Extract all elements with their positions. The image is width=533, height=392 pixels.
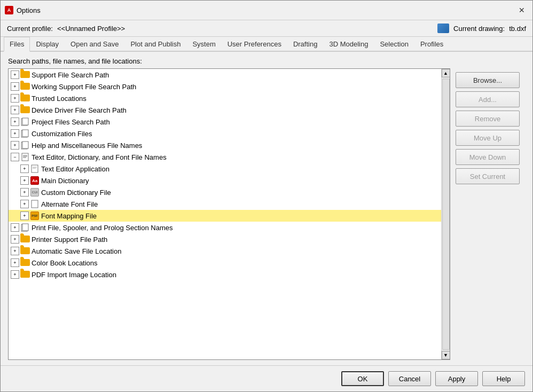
folder-icon-device xyxy=(20,106,30,114)
scroll-down-btn[interactable]: ▼ xyxy=(442,351,450,359)
tree-content[interactable]: + Support File Search Path + Working Sup… xyxy=(9,69,441,359)
tree-item-help-misc[interactable]: + Help and Miscellaneous File Names xyxy=(9,139,441,151)
expand-btn-help-misc[interactable]: + xyxy=(11,141,19,150)
doc-icon-text-editor-app xyxy=(30,164,40,173)
move-up-button[interactable]: Move Up xyxy=(456,130,520,146)
tab-system[interactable]: System xyxy=(186,37,221,52)
current-drawing-value: tb.dxf xyxy=(509,25,526,33)
tree-item-print-file-spooler[interactable]: + Print File, Spooler, and Prolog Sectio… xyxy=(9,222,441,233)
set-current-button[interactable]: Set Current xyxy=(456,168,520,184)
tab-user-prefs[interactable]: User Preferences xyxy=(222,37,287,52)
folder-icon-working xyxy=(20,82,30,91)
tree-item-main-dictionary[interactable]: + Aa Main Dictionary xyxy=(9,175,441,186)
profile-bar: Current profile: <<Unnamed Profile>> Cur… xyxy=(1,20,532,37)
help-button[interactable]: Help xyxy=(482,371,525,386)
move-down-button[interactable]: Move Down xyxy=(456,149,520,165)
tab-3d-modeling[interactable]: 3D Modeling xyxy=(323,37,374,52)
label-font-mapping-file: Font Mapping File xyxy=(41,212,97,220)
label-alternate-font: Alternate Font File xyxy=(41,200,98,208)
tree-item-alternate-font[interactable]: + Alternate Font File xyxy=(9,198,441,210)
current-drawing-label: Current drawing: xyxy=(453,25,505,33)
expand-btn-printer-support[interactable]: + xyxy=(11,235,19,244)
doc-icon-customization xyxy=(20,129,30,138)
tree-item-auto-save[interactable]: + Automatic Save File Location xyxy=(9,245,441,257)
tree-item-device-driver[interactable]: + Device Driver File Search Path xyxy=(9,104,441,116)
tree-item-text-editor-app[interactable]: + Text Editor Application xyxy=(9,163,441,175)
expand-btn-text-editor-root[interactable]: − xyxy=(11,153,19,161)
close-button[interactable]: ✕ xyxy=(515,4,528,17)
doc-icon-alternate-font xyxy=(30,200,40,208)
tree-item-project-files[interactable]: + Project Files Search Path xyxy=(9,116,441,128)
tree-item-custom-dictionary[interactable]: + CUI Custom Dictionary File xyxy=(9,186,441,198)
tree-item-trusted-locations[interactable]: + Trusted Locations xyxy=(9,92,441,104)
current-profile-value: <<Unnamed Profile>> xyxy=(57,25,125,33)
tree-item-customization[interactable]: + Customization Files xyxy=(9,128,441,139)
browse-button[interactable]: Browse... xyxy=(456,72,520,88)
doc-icon-text-editor-root xyxy=(20,153,30,161)
tab-drafting[interactable]: Drafting xyxy=(287,37,324,52)
label-auto-save: Automatic Save File Location xyxy=(32,247,121,255)
expand-btn-text-editor-app[interactable]: + xyxy=(20,164,29,173)
svg-rect-3 xyxy=(22,130,28,137)
tree-item-support-file-search-path[interactable]: + Support File Search Path xyxy=(9,69,441,81)
tab-profiles[interactable]: Profiles xyxy=(414,37,449,52)
expand-btn-print-file-spooler[interactable]: + xyxy=(11,223,19,232)
scroll-thumb[interactable] xyxy=(442,79,450,350)
svg-rect-5 xyxy=(22,142,28,148)
expand-btn-main-dictionary[interactable]: + xyxy=(20,176,29,185)
doc-icon-help-misc xyxy=(20,141,30,150)
folder-icon-pdf-import xyxy=(20,270,30,279)
add-button[interactable]: Add... xyxy=(456,91,520,107)
label-print-file-spooler: Print File, Spooler, and Prolog Section … xyxy=(32,224,173,232)
expand-btn-custom-dictionary[interactable]: + xyxy=(20,188,29,197)
ok-button[interactable]: OK xyxy=(341,371,384,386)
tree-item-font-mapping-file[interactable]: + PSF Font Mapping File xyxy=(9,210,441,222)
expand-btn-trusted[interactable]: + xyxy=(11,94,19,103)
scroll-up-btn[interactable]: ▲ xyxy=(442,69,450,77)
expand-btn-customization[interactable]: + xyxy=(11,129,19,138)
label-customization: Customization Files xyxy=(32,130,92,138)
footer: OK Cancel Apply Help xyxy=(1,365,532,391)
expand-btn-project[interactable]: + xyxy=(11,117,19,126)
scrollbar[interactable]: ▲ ▼ xyxy=(441,69,450,359)
tab-selection[interactable]: Selection xyxy=(374,37,414,52)
expand-btn-support[interactable]: + xyxy=(11,70,19,79)
expand-btn-color-book[interactable]: + xyxy=(11,258,19,267)
label-help-misc: Help and Miscellaneous File Names xyxy=(32,142,142,150)
expand-btn-auto-save[interactable]: + xyxy=(11,247,19,255)
aa-icon-main-dictionary: Aa xyxy=(30,176,40,185)
apply-button[interactable]: Apply xyxy=(435,371,478,386)
tree-item-printer-support[interactable]: + Printer Support File Path xyxy=(9,233,441,245)
label-device-driver: Device Driver File Search Path xyxy=(32,106,127,114)
folder-icon-color-book xyxy=(20,258,30,267)
remove-button[interactable]: Remove xyxy=(456,111,520,127)
folder-icon-printer-support xyxy=(20,235,30,244)
expand-btn-font-mapping[interactable]: + xyxy=(20,211,29,220)
tree-item-text-editor-root[interactable]: − Text Editor, Dictionary, and Font File… xyxy=(9,151,441,163)
tree-item-pdf-import[interactable]: + PDF Import Image Location xyxy=(9,269,441,280)
main-content: Search paths, file names, and file locat… xyxy=(1,52,532,365)
options-dialog: A Options ✕ Current profile: <<Unnamed P… xyxy=(0,0,533,392)
label-pdf-import: PDF Import Image Location xyxy=(32,271,116,279)
expand-btn-pdf-import[interactable]: + xyxy=(11,270,19,279)
tab-display[interactable]: Display xyxy=(30,37,65,52)
folder-icon-trusted xyxy=(20,94,30,103)
expand-btn-device-driver[interactable]: + xyxy=(11,106,19,114)
tree-item-working-support[interactable]: + Working Support File Search Path xyxy=(9,81,441,92)
right-panel: Browse... Add... Remove Move Up Move Dow… xyxy=(456,57,525,360)
dialog-title: Options xyxy=(17,6,512,14)
cancel-button[interactable]: Cancel xyxy=(388,371,431,386)
svg-rect-1 xyxy=(22,118,28,125)
tab-plot-publish[interactable]: Plot and Publish xyxy=(124,37,186,52)
label-text-editor-app: Text Editor Application xyxy=(41,165,109,173)
folder-icon-support xyxy=(20,70,30,79)
title-bar: A Options ✕ xyxy=(1,1,532,20)
drawing-icon xyxy=(437,23,449,33)
tab-open-save[interactable]: Open and Save xyxy=(65,37,124,52)
expand-btn-working[interactable]: + xyxy=(11,82,19,91)
psf-icon-font-mapping: PSF xyxy=(30,211,40,220)
expand-btn-alternate-font[interactable]: + xyxy=(20,200,29,208)
label-project-files: Project Files Search Path xyxy=(32,118,110,126)
tab-files[interactable]: Files xyxy=(4,37,30,52)
tree-item-color-book[interactable]: + Color Book Locations xyxy=(9,257,441,269)
